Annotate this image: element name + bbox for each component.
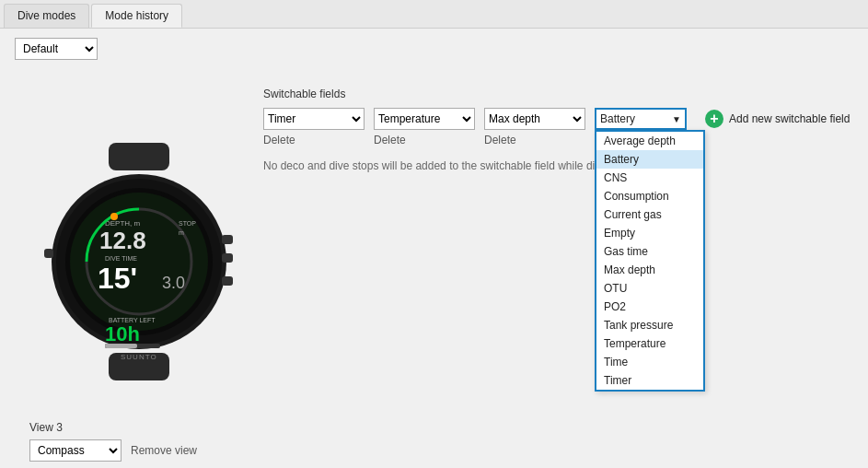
- dropdown-item-po2[interactable]: PO2: [596, 298, 703, 316]
- svg-rect-7: [44, 249, 53, 258]
- delete-temperature[interactable]: Delete: [374, 134, 406, 146]
- field-group-temperature: Temperature Timer Max depth Battery Dele…: [374, 108, 475, 146]
- svg-text:15': 15': [98, 262, 137, 295]
- dropdown-item-cns[interactable]: CNS: [596, 169, 703, 187]
- svg-text:3.0: 3.0: [162, 274, 185, 292]
- svg-text:12.8: 12.8: [99, 227, 146, 254]
- dropdown-item-current-gas[interactable]: Current gas: [596, 205, 703, 224]
- battery-select-value: Battery: [600, 112, 635, 125]
- default-dropdown[interactable]: Default: [15, 38, 98, 60]
- dropdown-item-max-depth[interactable]: Max depth: [596, 261, 703, 279]
- battery-select-button[interactable]: Battery ▼: [595, 108, 687, 130]
- add-icon: +: [705, 110, 723, 128]
- watch-svg: DEPTH, m 12.8 DIVE TIME 15' 3.0 BATTERY …: [42, 143, 236, 382]
- dropdown-item-temperature[interactable]: Temperature: [596, 334, 703, 353]
- field-group-timer: Timer Temperature Max depth Battery Dele…: [263, 108, 365, 146]
- dropdown-item-consumption[interactable]: Consumption: [596, 187, 703, 205]
- delete-maxdepth[interactable]: Delete: [484, 134, 516, 146]
- dropdown-item-avg-depth[interactable]: Average depth: [596, 132, 703, 150]
- add-field-label: Add new switchable field: [729, 112, 850, 125]
- field-select-temperature[interactable]: Temperature Timer Max depth Battery: [374, 108, 475, 130]
- dropdown-item-timer[interactable]: Timer: [596, 371, 703, 390]
- view-label: View 3: [29, 421, 197, 434]
- svg-text:SUUNTO: SUUNTO: [121, 353, 157, 361]
- dropdown-item-empty[interactable]: Empty: [596, 224, 703, 242]
- watch-area: DEPTH, m 12.8 DIVE TIME 15' 3.0 BATTERY …: [42, 143, 236, 385]
- svg-rect-19: [105, 344, 137, 348]
- tab-bar: Dive modes Mode history: [0, 0, 868, 29]
- dropdown-item-otu[interactable]: OTU: [596, 279, 703, 298]
- switchable-row: Timer Temperature Max depth Battery Dele…: [263, 108, 850, 146]
- remove-view-link[interactable]: Remove view: [131, 444, 197, 457]
- view-row: Compass Remove view: [29, 439, 197, 462]
- content-area: DEPTH, m 12.8 DIVE TIME 15' 3.0 BATTERY …: [15, 60, 853, 468]
- svg-point-9: [70, 193, 208, 331]
- switchable-fields-label: Switchable fields: [263, 88, 850, 100]
- svg-text:m: m: [179, 229, 184, 236]
- field-select-timer[interactable]: Timer Temperature Max depth Battery: [263, 108, 365, 130]
- svg-rect-6: [222, 276, 233, 286]
- field-group-battery: Battery ▼ Average depth Battery CNS Cons…: [595, 108, 687, 130]
- svg-rect-4: [222, 235, 233, 244]
- main-area: Default DEPTH: [0, 29, 868, 468]
- dropdown-item-tank-pressure[interactable]: Tank pressure: [596, 316, 703, 334]
- field-select-maxdepth[interactable]: Max depth Timer Temperature Battery: [484, 108, 585, 130]
- battery-dropdown-list: Average depth Battery CNS Consumption Cu…: [595, 130, 705, 392]
- battery-dropdown-arrow: ▼: [672, 114, 681, 124]
- dropdown-item-time[interactable]: Time: [596, 353, 703, 371]
- delete-timer[interactable]: Delete: [263, 134, 295, 146]
- svg-point-15: [110, 213, 118, 220]
- tab-dive-modes[interactable]: Dive modes: [4, 4, 89, 28]
- svg-text:DIVE TIME: DIVE TIME: [105, 255, 137, 262]
- dropdown-item-gas-time[interactable]: Gas time: [596, 242, 703, 261]
- svg-rect-0: [109, 143, 169, 170]
- view-dropdown[interactable]: Compass: [29, 439, 122, 462]
- field-group-maxdepth: Max depth Timer Temperature Battery Dele…: [484, 108, 585, 146]
- add-switchable-field-button[interactable]: + Add new switchable field: [705, 110, 850, 128]
- svg-text:10h: 10h: [105, 322, 140, 345]
- svg-rect-5: [222, 253, 233, 263]
- dropdown-item-battery[interactable]: Battery: [596, 150, 703, 169]
- view-section: View 3 Compass Remove view: [29, 421, 197, 462]
- svg-text:STOP: STOP: [179, 220, 196, 227]
- tab-mode-history[interactable]: Mode history: [91, 4, 182, 28]
- right-panel: Switchable fields Timer Temperature Max …: [263, 88, 850, 172]
